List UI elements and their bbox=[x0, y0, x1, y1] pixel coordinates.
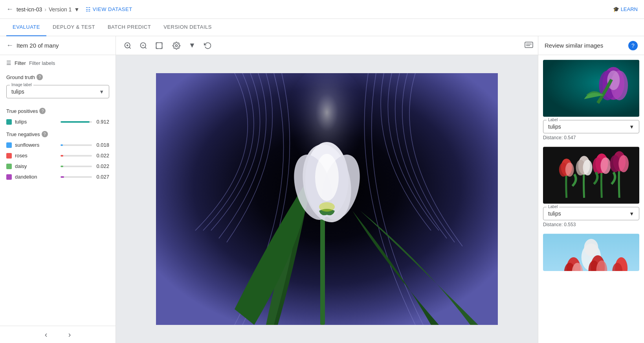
similar-image-thumbnail-2[interactable] bbox=[543, 147, 639, 204]
right-panel-help-button[interactable]: ? bbox=[628, 41, 638, 50]
metric-color bbox=[6, 153, 12, 159]
true-positives-help-icon[interactable]: ? bbox=[39, 108, 46, 114]
metric-bar bbox=[61, 176, 64, 178]
similar-image-card-3 bbox=[543, 234, 639, 271]
filter-labels-button[interactable]: Filter labels bbox=[29, 60, 55, 66]
zoom-in-button[interactable] bbox=[121, 39, 135, 53]
true-negative-row: dandelion 0.027 bbox=[6, 174, 109, 180]
tab-version-details[interactable]: VERSION DETAILS bbox=[157, 19, 218, 36]
metric-value: 0.022 bbox=[95, 153, 109, 159]
right-panel-content: Label tulips ▼ Distance: 0.547 bbox=[538, 55, 644, 343]
tab-deploy-test[interactable]: DEPLOY & TEST bbox=[46, 19, 101, 36]
similar-label-text-1: Label bbox=[547, 118, 559, 122]
zoom-out-button[interactable] bbox=[136, 39, 150, 53]
svg-point-36 bbox=[600, 157, 611, 174]
metric-label: dandelion bbox=[15, 174, 61, 180]
top-nav: ← test-icn-03 › Version 1 ▼ ☷ VIEW DATAS… bbox=[0, 0, 644, 19]
ground-truth-help-icon[interactable]: ? bbox=[37, 74, 43, 80]
true-positive-row: tulips 0.912 bbox=[6, 119, 109, 125]
metric-bar-container bbox=[61, 166, 92, 167]
nav-arrows: ‹ › bbox=[0, 326, 116, 343]
svg-line-1 bbox=[129, 47, 131, 48]
metric-bar bbox=[61, 166, 63, 167]
version-dropdown-button[interactable]: ▼ bbox=[74, 6, 79, 13]
settings-dropdown-button[interactable]: ▼ bbox=[185, 39, 199, 53]
toolbar: ▼ bbox=[116, 36, 538, 55]
similar-label-value-1: tulips bbox=[548, 124, 561, 130]
prev-item-button[interactable]: ‹ bbox=[39, 328, 53, 342]
next-item-button[interactable]: › bbox=[62, 328, 77, 342]
filter-icon: ☰ bbox=[6, 60, 11, 66]
ground-truth-section-title: Ground truth ? bbox=[6, 74, 109, 80]
breadcrumb-version: Version 1 bbox=[49, 6, 72, 13]
breadcrumb-project: test-icn-03 bbox=[17, 6, 42, 13]
sidebar-back-button[interactable]: ← bbox=[6, 41, 13, 50]
sidebar-header: ← Item 20 of many bbox=[0, 36, 116, 55]
breadcrumb-sep: › bbox=[44, 6, 46, 13]
similar-label-text-2: Label bbox=[547, 205, 559, 209]
svg-point-33 bbox=[583, 160, 593, 175]
svg-point-20 bbox=[319, 202, 335, 212]
svg-rect-7 bbox=[156, 42, 162, 48]
similar-image-card-2: Label tulips ▼ Distance: 0.553 bbox=[543, 147, 639, 227]
distance-text-1: Distance: 0.547 bbox=[543, 135, 639, 140]
similar-image-thumbnail-1[interactable] bbox=[543, 60, 639, 117]
fit-screen-button[interactable] bbox=[152, 39, 166, 53]
metric-bar-container bbox=[61, 176, 92, 178]
image-label-select: Image label tulips ▼ bbox=[6, 85, 109, 98]
true-negative-row: sunflowers 0.018 bbox=[6, 142, 109, 148]
dataset-icon: ☷ bbox=[86, 6, 91, 13]
metric-bar bbox=[61, 121, 90, 123]
true-positives-section-title: True positives ? bbox=[6, 108, 109, 114]
similar-label-select-2[interactable]: Label tulips ▼ bbox=[543, 207, 639, 220]
true-positives-list: tulips 0.912 bbox=[6, 119, 109, 125]
metric-label: sunflowers bbox=[15, 142, 61, 148]
svg-rect-14 bbox=[320, 211, 325, 325]
view-dataset-button[interactable]: ☷ VIEW DATASET bbox=[86, 6, 132, 13]
similar-image-card-1: Label tulips ▼ Distance: 0.547 bbox=[543, 60, 639, 140]
main-image-area bbox=[116, 55, 538, 343]
image-label-dropdown[interactable]: Image label tulips ▼ bbox=[6, 85, 109, 98]
metric-bar-container bbox=[61, 155, 92, 157]
metric-value: 0.018 bbox=[95, 142, 109, 148]
metric-value: 0.022 bbox=[95, 163, 109, 169]
breadcrumb: test-icn-03 › Version 1 ▼ bbox=[17, 6, 79, 13]
svg-line-5 bbox=[145, 47, 147, 48]
metric-color bbox=[6, 164, 12, 169]
metric-color bbox=[6, 142, 12, 148]
similar-label-value-2: tulips bbox=[548, 210, 561, 217]
back-button[interactable]: ← bbox=[6, 5, 13, 13]
sidebar: ← Item 20 of many ☰ Filter Filter labels… bbox=[0, 36, 116, 343]
distance-text-2: Distance: 0.553 bbox=[543, 222, 639, 227]
similar-image-thumbnail-3[interactable] bbox=[543, 234, 639, 271]
true-negatives-help-icon[interactable]: ? bbox=[42, 131, 48, 137]
similar-label-arrow-2: ▼ bbox=[629, 211, 634, 217]
svg-point-39 bbox=[618, 155, 629, 172]
tab-evaluate[interactable]: EVALUATE bbox=[6, 19, 46, 36]
metric-label: roses bbox=[15, 153, 61, 159]
learn-button[interactable]: 🎓 LEARN bbox=[613, 6, 638, 12]
settings-button[interactable] bbox=[169, 39, 183, 53]
svg-point-30 bbox=[565, 162, 574, 177]
right-panel-title: Review similar images bbox=[545, 42, 603, 49]
learn-icon: 🎓 bbox=[613, 6, 619, 12]
metric-color bbox=[6, 119, 12, 125]
metric-bar bbox=[61, 155, 63, 157]
caption-button[interactable] bbox=[525, 41, 533, 50]
filter-label: Filter bbox=[15, 60, 26, 66]
svg-rect-9 bbox=[525, 42, 533, 48]
metric-bar-container bbox=[61, 121, 92, 123]
metric-value: 0.912 bbox=[95, 119, 109, 125]
true-negative-row: daisy 0.022 bbox=[6, 163, 109, 169]
true-negatives-list: sunflowers 0.018 roses 0.022 daisy 0.022… bbox=[6, 142, 109, 180]
svg-point-42 bbox=[584, 239, 598, 256]
similar-label-select-1[interactable]: Label tulips ▼ bbox=[543, 120, 639, 133]
sidebar-content: ☰ Filter Filter labels Ground truth ? Im… bbox=[0, 55, 116, 326]
history-button[interactable] bbox=[201, 39, 215, 53]
center-content: ▼ bbox=[116, 36, 538, 343]
svg-point-8 bbox=[176, 44, 178, 46]
true-negative-row: roses 0.022 bbox=[6, 153, 109, 159]
tab-batch-predict[interactable]: BATCH PREDICT bbox=[101, 19, 157, 36]
svg-point-19 bbox=[315, 154, 339, 201]
similar-label-arrow-1: ▼ bbox=[629, 124, 634, 130]
